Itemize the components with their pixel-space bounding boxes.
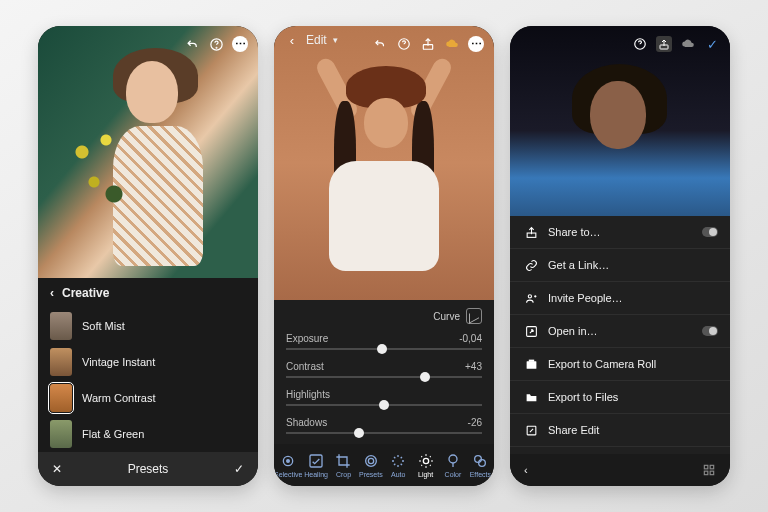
slider-shadows[interactable]: Shadows-26: [274, 414, 494, 442]
chevron-down-icon: ▾: [333, 35, 338, 45]
export-camera-roll[interactable]: Export to Camera Roll: [510, 348, 730, 381]
share-menu: Share to… Get a Link… Invite People… Ope…: [510, 216, 730, 454]
slider-panel: Curve Exposure-0,04 Contrast+43 Highligh…: [274, 300, 494, 444]
help-icon[interactable]: [208, 36, 224, 52]
svg-point-5: [287, 459, 290, 462]
chevron-left-icon: ‹: [50, 286, 54, 300]
undo-icon[interactable]: [372, 36, 388, 52]
svg-rect-18: [526, 361, 536, 369]
tool-row: Selective Healing Crop Presets Auto Ligh…: [274, 444, 494, 486]
preset-item[interactable]: Soft Mist: [38, 308, 258, 344]
share-icon: [524, 225, 538, 239]
edit-label[interactable]: Edit: [306, 33, 327, 47]
grid-icon[interactable]: [702, 463, 716, 477]
main-photo: [274, 26, 494, 300]
svg-point-11: [475, 455, 482, 462]
back-icon[interactable]: ‹: [524, 464, 528, 476]
tool-auto[interactable]: Auto: [385, 453, 412, 478]
export-as[interactable]: Export as…: [510, 447, 730, 454]
bottom-bar: ✕ Presets ✓: [38, 452, 258, 486]
more-icon[interactable]: ⋯: [468, 36, 484, 52]
share-icon[interactable]: [420, 36, 436, 52]
preset-item[interactable]: Vintage Instant: [38, 344, 258, 380]
tool-color[interactable]: Color: [439, 453, 466, 478]
svg-point-8: [366, 455, 377, 466]
svg-rect-6: [310, 455, 322, 467]
svg-rect-25: [710, 471, 714, 475]
phone-edit: ‹ Edit ▾ ⋯ Curve Exposure-0,04 Contrast+…: [274, 26, 494, 486]
curve-icon[interactable]: [466, 308, 482, 324]
svg-rect-22: [704, 465, 708, 469]
more-icon[interactable]: ⋯: [232, 36, 248, 52]
back-icon[interactable]: ‹: [284, 32, 300, 48]
category-label: Creative: [62, 286, 109, 300]
help-icon[interactable]: [632, 36, 648, 52]
share-to[interactable]: Share to…: [510, 216, 730, 249]
edit-header: ‹ Edit ▾: [284, 32, 338, 48]
camera-roll-icon: [524, 357, 538, 371]
preset-panel: ‹ Creative Soft Mist Vintage Instant War…: [38, 278, 258, 452]
tool-crop[interactable]: Crop: [330, 453, 357, 478]
svg-rect-24: [704, 471, 708, 475]
undo-icon[interactable]: [184, 36, 200, 52]
cloud-icon[interactable]: [444, 36, 460, 52]
people-icon: [524, 291, 538, 305]
slider-contrast[interactable]: Contrast+43: [274, 358, 494, 386]
share-edit[interactable]: Share Edit: [510, 414, 730, 447]
open-in[interactable]: Open in…: [510, 315, 730, 348]
folder-icon: [524, 390, 538, 404]
share-icon[interactable]: [656, 36, 672, 52]
main-photo: [38, 26, 258, 278]
confirm-icon[interactable]: ✓: [704, 36, 720, 52]
svg-point-7: [368, 458, 373, 463]
slider-exposure[interactable]: Exposure-0,04: [274, 330, 494, 358]
svg-point-12: [479, 459, 486, 466]
tool-healing[interactable]: Healing: [302, 453, 329, 478]
get-link[interactable]: Get a Link…: [510, 249, 730, 282]
topbar: ✓: [510, 30, 730, 58]
svg-point-1: [216, 47, 217, 48]
close-icon[interactable]: ✕: [52, 462, 62, 476]
slider-highlights[interactable]: Highlights: [274, 386, 494, 414]
topbar: ⋯: [38, 30, 258, 58]
confirm-icon[interactable]: ✓: [234, 462, 244, 476]
edit-icon: [524, 423, 538, 437]
svg-rect-23: [710, 465, 714, 469]
bottom-bar: ‹: [510, 454, 730, 486]
export-files[interactable]: Export to Files: [510, 381, 730, 414]
invite-people[interactable]: Invite People…: [510, 282, 730, 315]
tool-effects[interactable]: Effects: [467, 453, 494, 478]
tool-light[interactable]: Light: [412, 453, 439, 478]
phone-share: ✓ Share to… Get a Link… Invite People… O…: [510, 26, 730, 486]
svg-point-16: [528, 294, 531, 297]
help-icon[interactable]: [396, 36, 412, 52]
tool-selective[interactable]: Selective: [274, 453, 302, 478]
open-icon: [524, 324, 538, 338]
preset-category-header[interactable]: ‹ Creative: [38, 278, 258, 308]
mode-label: Presets: [128, 462, 169, 476]
svg-point-10: [449, 455, 457, 463]
cloud-icon[interactable]: [680, 36, 696, 52]
link-icon: [524, 258, 538, 272]
svg-rect-19: [528, 359, 533, 361]
svg-point-9: [423, 458, 428, 463]
phone-presets: ⋯ ‹ Creative Soft Mist Vintage Instant W…: [38, 26, 258, 486]
curve-label: Curve: [433, 311, 460, 322]
preset-item[interactable]: Flat & Green: [38, 416, 258, 452]
preset-item-selected[interactable]: Warm Contrast: [38, 380, 258, 416]
tool-presets[interactable]: Presets: [357, 453, 384, 478]
